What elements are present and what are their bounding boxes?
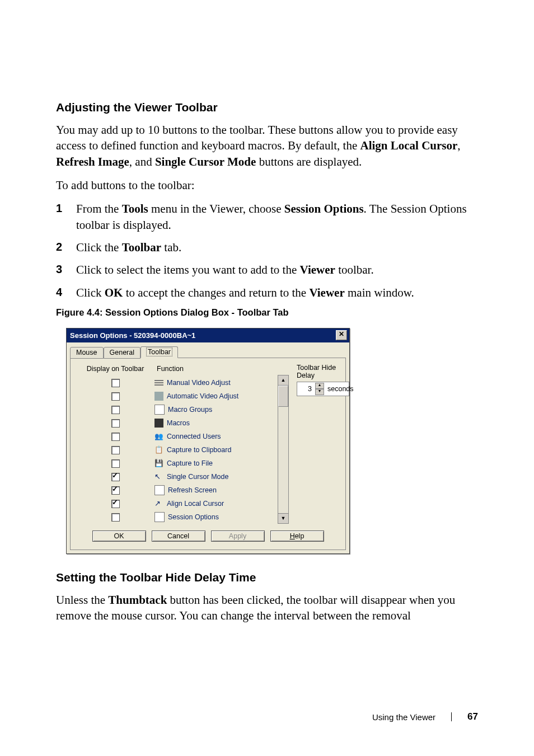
table-row [111,457,120,470]
hide-delay-spinner[interactable]: ▲ ▼ seconds [297,382,349,396]
checkbox[interactable] [111,500,120,508]
text: H [290,532,295,540]
text: Click [76,286,105,299]
users-icon: 👥 [154,432,163,441]
text: Click to select the items you want to ad… [76,263,300,276]
align-cursor-icon: ↗ [154,499,163,508]
table-row[interactable]: Session Options [154,510,278,524]
toolbar-tab-panel: Display on Toolbar [70,358,346,550]
hide-delay-paragraph: Unless the Thumbtack button has been cli… [56,592,478,624]
step-number: 3 [56,262,64,278]
table-row[interactable]: Refresh Screen [154,483,278,497]
spinner-up-icon[interactable]: ▲ [315,383,324,389]
table-row[interactable]: ↖Single Cursor Mode [154,470,278,483]
table-row[interactable]: Macro Groups [154,403,278,416]
tab-label: Toolbar [147,348,172,356]
apply-button: Apply [211,530,265,542]
tab-toolbar[interactable]: Toolbar [140,346,178,358]
checkbox[interactable] [111,392,120,401]
text: Click the [76,241,122,254]
function-label: Macros [167,419,190,427]
scrollbar[interactable]: ▲ ▼ [278,375,289,524]
page-number: 67 [467,711,478,722]
text: toolbar. [335,263,374,276]
step-number: 4 [56,285,64,300]
list-item: 2 Click the Toolbar tab. [56,240,478,255]
dialog-button-row: OK Cancel Apply Help [76,530,340,542]
bold: Viewer [300,263,335,276]
checkbox[interactable] [111,459,120,468]
options-icon [154,512,165,522]
close-button[interactable]: ✕ [336,330,347,340]
table-row[interactable]: 📋Capture to Clipboard [154,443,278,457]
figure-caption: Figure 4.4: Session Options Dialog Box -… [56,307,478,318]
table-row [111,389,120,403]
checkbox[interactable] [111,446,120,454]
ok-button[interactable]: OK [92,530,146,542]
function-label: Macro Groups [168,406,212,414]
heading-hide-delay: Setting the Toolbar Hide Delay Time [56,571,478,584]
bold: Toolbar [122,241,161,254]
function-label: Connected Users [167,433,221,440]
step-text: Click OK to accept the changes and retur… [76,285,414,300]
toolbar-table: Display on Toolbar [76,364,289,524]
text: From the [76,202,122,215]
checkbox[interactable] [111,513,120,522]
text: , and [129,155,155,168]
function-label: Session Options [168,513,219,521]
table-row [111,416,120,430]
refresh-icon [154,485,165,495]
figure-dialog: Session Options - 520394-0000BA~1 ✕ Mous… [66,328,478,554]
checkbox[interactable] [111,406,120,414]
list-item: 1 From the Tools menu in the Viewer, cho… [56,201,478,233]
checkbox[interactable] [111,433,120,441]
tab-general[interactable]: General [104,347,140,359]
table-row[interactable]: Macros [154,416,278,430]
checkbox[interactable] [111,379,120,387]
steps-list: 1 From the Tools menu in the Viewer, cho… [56,201,478,300]
step-number: 2 [56,240,64,255]
tab-mouse[interactable]: Mouse [70,347,104,359]
hide-delay-input[interactable] [298,385,313,393]
table-row[interactable]: ↗Align Local Cursor [154,497,278,510]
scroll-down-icon[interactable]: ▼ [278,513,288,523]
bold: Thumbtack [108,593,167,607]
text: , [457,139,460,152]
step-text: Click to select the items you want to ad… [76,262,374,278]
table-row [111,430,120,443]
table-row [111,376,120,389]
table-row[interactable]: 👥Connected Users [154,430,278,443]
table-row[interactable]: Manual Video Adjust [154,376,278,389]
lead-in: To add buttons to the toolbar: [56,177,478,193]
macros-icon [154,419,163,428]
spinner-down-icon[interactable]: ▼ [315,389,324,395]
column-header-function: Function [154,364,278,376]
scroll-thumb[interactable] [278,386,288,407]
bold: Single Cursor Mode [155,155,256,168]
checkbox[interactable] [111,486,120,495]
table-row [111,470,120,483]
save-file-icon: 💾 [154,459,163,468]
checkbox[interactable] [111,419,120,428]
scroll-up-icon[interactable]: ▲ [278,375,288,386]
intro-paragraph: You may add up to 10 buttons to the tool… [56,122,478,170]
auto-adjust-icon [154,392,163,401]
function-label: Capture to Clipboard [167,446,231,454]
cancel-button[interactable]: Cancel [152,530,205,542]
text: main window. [345,286,414,299]
table-row [111,403,120,416]
function-label: Manual Video Adjust [167,379,231,387]
step-text: Click the Toolbar tab. [76,240,181,255]
footer-text: Using the Viewer [372,712,435,722]
function-label: Single Cursor Mode [167,473,228,481]
checkbox[interactable] [111,473,120,481]
bold: Tools [122,202,148,215]
macro-groups-icon [154,405,165,415]
function-label: Automatic Video Adjust [167,392,238,400]
table-row[interactable]: Automatic Video Adjust [154,389,278,403]
text: elp [295,532,305,540]
function-label: Capture to File [167,459,213,467]
table-row[interactable]: 💾Capture to File [154,457,278,470]
help-button[interactable]: Help [270,530,324,542]
text: Unless the [56,593,108,607]
